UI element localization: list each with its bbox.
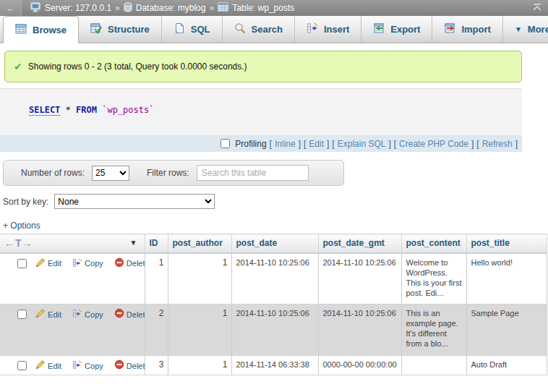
column-header-post-title[interactable]: post_title — [466, 234, 547, 253]
bracket: [ — [476, 139, 479, 149]
column-header-post-date[interactable]: post_date — [231, 234, 318, 253]
column-header-post-author[interactable]: post_author — [168, 234, 231, 253]
delete-row-link[interactable]: Delete — [127, 259, 145, 268]
edit-query-link[interactable]: Edit — [309, 139, 324, 149]
delete-row-link[interactable]: Delete — [127, 310, 145, 319]
cell-post-author: 1 — [168, 356, 231, 375]
table-row: Edit Copy Delete 1 1 2014-11-10 10:25:06… — [0, 253, 547, 304]
row-controls: Number of rows: 25 Filter rows: — [3, 160, 344, 186]
cell-post-content — [401, 356, 466, 375]
back-button[interactable]: ← — [0, 0, 22, 16]
explain-sql-link[interactable]: Explain SQL — [338, 139, 386, 149]
inline-link[interactable]: Inline — [275, 139, 296, 149]
tab-search[interactable]: Search — [223, 16, 295, 43]
breadcrumb-table[interactable]: Table: wp_posts — [232, 3, 294, 13]
delete-row-link[interactable]: Delete — [127, 362, 145, 370]
cell-post-title: Hello world! — [466, 253, 547, 304]
tab-more[interactable]: ▼ More — [503, 16, 548, 43]
cell-id: 2 — [145, 304, 168, 356]
cell-post-title: Auto Draft — [466, 356, 547, 375]
row-checkbox[interactable] — [17, 310, 27, 319]
number-of-rows-select[interactable]: 25 — [92, 166, 129, 181]
tab-label: Browse — [33, 25, 67, 35]
sort-by-key-select[interactable]: None — [54, 194, 215, 209]
number-of-rows-label: Number of rows: — [21, 168, 85, 178]
edit-row-link[interactable]: Edit — [48, 259, 61, 268]
create-php-code-link[interactable]: Create PHP Code — [399, 139, 468, 149]
query-tools-bar: Profiling [ Inline ] [ Edit ] [ Explain … — [0, 135, 522, 152]
filter-rows-input[interactable] — [197, 165, 309, 181]
actions-header: ←T→ ▼ — [0, 234, 145, 253]
breadcrumb-server[interactable]: Server: 127.0.0.1 — [45, 3, 111, 13]
tab-label: Import — [461, 24, 490, 35]
tab-sql[interactable]: SQL — [162, 16, 223, 43]
bracket: [ — [332, 139, 334, 149]
copy-row-link[interactable]: Copy — [85, 310, 103, 319]
refresh-link[interactable]: Refresh — [482, 139, 513, 149]
back-arrow-icon: ← — [6, 3, 15, 14]
tab-structure[interactable]: Structure — [79, 16, 162, 43]
sql-query-text: SELECT * FROM `wp_posts` — [0, 89, 522, 135]
bracket: [ — [394, 139, 396, 149]
tab-label: More — [528, 24, 548, 35]
tab-label: Structure — [108, 24, 150, 35]
tab-export[interactable]: Export — [361, 16, 432, 43]
cell-id: 1 — [145, 253, 168, 304]
sort-by-key-label: Sort by key: — [3, 197, 48, 207]
breadcrumb-database[interactable]: Database: myblog — [136, 3, 206, 13]
cell-post-date: 2014-11-14 06:33:38 — [231, 356, 318, 375]
breadcrumb: Server: 127.0.0.1 » Database: myblog » T… — [22, 2, 526, 14]
results-table: ←T→ ▼ ID post_author post_date post_date… — [0, 234, 547, 375]
cell-post-author: 1 — [168, 253, 231, 304]
row-checkbox[interactable] — [17, 361, 27, 370]
success-check-icon: ✔ — [14, 61, 22, 72]
bracket: ] — [388, 139, 390, 149]
delete-icon — [114, 257, 124, 270]
pencil-icon — [35, 308, 46, 320]
cell-post-date: 2014-11-10 10:25:06 — [231, 304, 318, 356]
profiling-checkbox[interactable] — [221, 139, 230, 148]
row-actions: Edit Copy Delete — [0, 253, 145, 304]
cell-post-date-gmt: 2014-11-10 10:25:06 — [318, 304, 401, 356]
tab-browse[interactable]: Browse — [3, 16, 79, 43]
cell-post-content: This is an example page. It's different … — [401, 304, 466, 356]
tab-label: Search — [252, 24, 283, 35]
column-header-post-content[interactable]: post_content — [401, 234, 466, 253]
copy-row-link[interactable]: Copy — [85, 259, 103, 268]
tab-import[interactable]: Import — [432, 16, 502, 43]
sql-star: * — [66, 105, 71, 115]
filter-rows-label: Filter rows: — [147, 168, 189, 178]
column-header-post-date-gmt[interactable]: post_date_gmt — [318, 234, 401, 253]
table-icon — [218, 2, 228, 14]
result-message-text: Showing rows 0 - 2 (3 total, Query took … — [28, 61, 247, 72]
database-icon — [124, 2, 132, 14]
delete-icon — [114, 359, 124, 372]
column-reorder-handle[interactable]: ←T→ — [4, 237, 33, 249]
cell-post-content: Welcome to WordPress. This is your first… — [401, 253, 466, 304]
copy-row-link[interactable]: Copy — [85, 362, 103, 370]
row-actions: Edit Copy Delete — [0, 304, 145, 356]
export-icon — [373, 22, 385, 36]
row-actions: Edit Copy Delete — [0, 356, 145, 375]
bracket: ] — [471, 139, 474, 149]
collapse-icon — [532, 3, 542, 14]
search-icon — [234, 22, 246, 36]
edit-row-link[interactable]: Edit — [48, 362, 61, 370]
column-header-id[interactable]: ID — [145, 234, 168, 253]
chevron-down-icon: ▼ — [515, 25, 522, 33]
tab-insert[interactable]: Insert — [295, 16, 361, 43]
cell-post-date-gmt: 2014-11-10 10:25:06 — [318, 253, 401, 304]
tab-label: SQL — [191, 24, 210, 35]
sql-keyword-select[interactable]: SELECT — [29, 105, 60, 116]
edit-row-link[interactable]: Edit — [48, 310, 61, 319]
options-toggle-link[interactable]: + Options — [3, 221, 40, 231]
header-dropdown-icon[interactable]: ▼ — [130, 239, 137, 247]
collapse-panel-button[interactable] — [526, 3, 548, 14]
table-row: Edit Copy Delete 2 1 2014-11-10 10:25:06… — [0, 304, 547, 356]
structure-icon — [90, 22, 102, 36]
cell-post-date-gmt: 0000-00-00 00:00:00 — [318, 356, 401, 375]
profiling-label: Profiling — [235, 139, 266, 149]
sql-icon — [174, 22, 185, 36]
cell-post-title: Sample Page — [466, 304, 547, 356]
row-checkbox[interactable] — [17, 259, 27, 268]
